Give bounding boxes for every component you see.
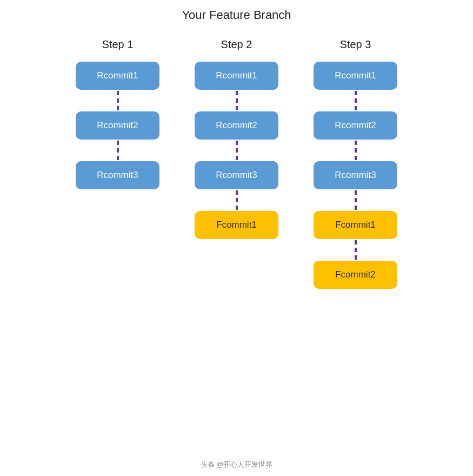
connector-s1-1 — [117, 91, 119, 110]
connector-s2-1 — [236, 91, 238, 110]
commit-box-s3-fc1: Fcommit1 — [314, 211, 397, 239]
connector-s3-5 — [355, 190, 357, 210]
commit-box-s3-fc2: Fcommit2 — [314, 261, 397, 289]
step-label-1: Step 1 — [102, 38, 134, 51]
commit-box-s3-rc1: Rcommit1 — [314, 62, 397, 90]
step-column-3: Step 3Rcommit1Rcommit2Rcommit3Fcommit1Fc… — [312, 38, 399, 289]
commit-box-s1-rc1: Rcommit1 — [76, 62, 159, 90]
connector-s2-5 — [236, 190, 238, 210]
page-title: Your Feature Branch — [182, 8, 291, 22]
connector-s3-3 — [355, 141, 357, 160]
commit-box-s1-rc3: Rcommit3 — [76, 161, 159, 189]
commit-box-s2-fc1: Fcommit1 — [195, 211, 278, 239]
commit-box-s1-rc2: Rcommit2 — [76, 111, 159, 140]
commit-box-s3-rc2: Rcommit2 — [314, 111, 397, 140]
step-column-1: Step 1Rcommit1Rcommit2Rcommit3 — [75, 38, 161, 189]
step-label-2: Step 2 — [221, 38, 252, 51]
commit-box-s3-rc3: Rcommit3 — [314, 161, 397, 189]
commit-box-s2-rc2: Rcommit2 — [195, 111, 278, 140]
commit-box-s2-rc3: Rcommit3 — [195, 161, 278, 189]
watermark: 头条 @开心人开发世界 — [0, 460, 473, 470]
connector-s1-3 — [117, 141, 119, 160]
connector-s3-7 — [355, 240, 357, 260]
commit-box-s2-rc1: Rcommit1 — [195, 62, 278, 90]
step-label-3: Step 3 — [340, 38, 371, 51]
connector-s3-1 — [355, 91, 357, 110]
diagram-container: Step 1Rcommit1Rcommit2Rcommit3Step 2Rcom… — [0, 38, 473, 289]
step-column-2: Step 2Rcommit1Rcommit2Rcommit3Fcommit1 — [194, 38, 280, 239]
connector-s2-3 — [236, 141, 238, 160]
